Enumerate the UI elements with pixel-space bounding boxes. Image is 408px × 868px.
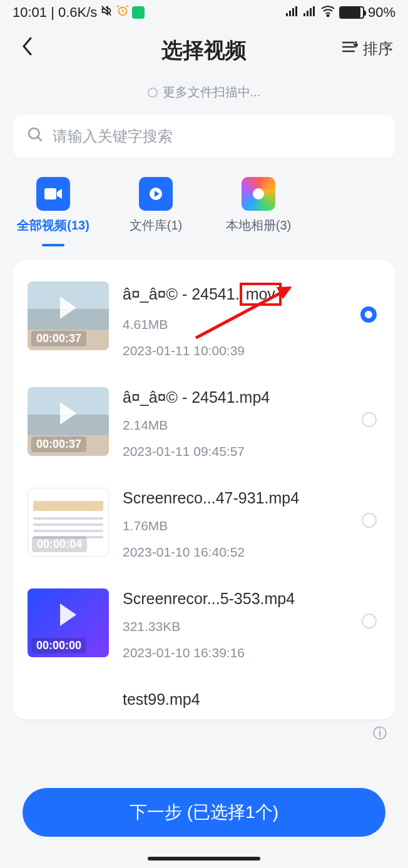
tab-all-videos[interactable]: 全部视频(13) (19, 177, 88, 246)
video-info: test99.mp4 (123, 689, 380, 714)
video-date: 2023-01-11 09:45:57 (123, 444, 380, 459)
video-date: 2023-01-11 10:00:39 (123, 343, 380, 358)
select-radio[interactable] (362, 513, 377, 528)
video-name: Screenreco...47-931.mp4 (123, 489, 380, 507)
gallery-icon (242, 177, 275, 211)
svg-point-2 (29, 128, 39, 138)
duration-badge: 00:00:04 (32, 537, 87, 552)
video-name: Screenrecor...5-353.mp4 (123, 590, 380, 608)
svg-point-1 (327, 15, 329, 17)
scan-message: 更多文件扫描中... (0, 84, 408, 114)
video-thumb: 00:00:00 (28, 588, 109, 657)
spinner-icon (148, 88, 158, 98)
sort-button[interactable]: 排序 (342, 39, 393, 59)
wifi-icon (320, 4, 335, 21)
search-icon (26, 126, 44, 147)
tab-label: 全部视频(13) (17, 217, 89, 234)
video-size: 321.33KB (123, 619, 380, 634)
status-bar: 10:01 | 0.6K/s 90% (0, 0, 408, 24)
info-icon: ⓘ (373, 724, 387, 743)
name-pre: â¤_â¤© - 24541. (123, 285, 240, 303)
app-icon (132, 6, 145, 19)
signal1-icon (285, 4, 299, 21)
video-info: â¤_â¤© - 24541.mov 4.61MB 2023-01-11 10:… (123, 281, 380, 358)
tab-label: 文件库(1) (130, 217, 182, 234)
play-icon (60, 402, 76, 425)
video-thumb: 00:00:04 (28, 488, 109, 557)
back-button[interactable] (16, 35, 39, 58)
select-radio[interactable] (362, 412, 377, 427)
search-placeholder: 请输入关键字搜索 (53, 126, 173, 146)
duration-badge: 00:00:00 (31, 638, 86, 654)
video-size: 1.76MB (123, 518, 380, 533)
signal2-icon (303, 4, 317, 21)
video-name: â¤_â¤© - 24541.mp4 (123, 388, 380, 406)
header: 选择视频 排序 (0, 24, 408, 84)
status-left: 10:01 | 0.6K/s (13, 4, 145, 21)
video-thumb (28, 689, 109, 714)
page-title: 选择视频 (161, 36, 247, 65)
sort-label: 排序 (363, 39, 393, 59)
tab-local-gallery[interactable]: 本地相册(3) (224, 177, 293, 246)
video-thumb: 00:00:37 (28, 387, 109, 456)
video-info: â¤_â¤© - 24541.mp4 2.14MB 2023-01-11 09:… (123, 387, 380, 459)
next-button[interactable]: 下一步 (已选择1个) (23, 788, 385, 837)
duration-badge: 00:00:37 (31, 437, 86, 452)
time-net: 10:01 | 0.6K/s (13, 4, 97, 21)
video-thumb: 00:00:37 (28, 281, 109, 350)
video-info: Screenreco...47-931.mp4 1.76MB 2023-01-1… (123, 488, 380, 560)
tabs: 全部视频(13) 文件库(1) 本地相册(3) (0, 174, 408, 260)
battery-icon (339, 6, 364, 19)
status-right: 90% (285, 4, 395, 21)
video-date: 2023-01-10 16:39:16 (123, 645, 380, 660)
play-icon (60, 603, 76, 626)
video-size: 4.61MB (123, 317, 380, 332)
search-input[interactable]: 请输入关键字搜索 (13, 114, 395, 158)
video-row[interactable]: 00:00:04 Screenreco...47-931.mp4 1.76MB … (25, 478, 383, 578)
play-icon (60, 296, 76, 319)
video-date: 2023-01-10 16:40:52 (123, 545, 380, 560)
video-info: Screenrecor...5-353.mp4 321.33KB 2023-01… (123, 588, 380, 660)
battery-pct: 90% (368, 4, 395, 21)
next-label: 下一步 (已选择1个) (130, 800, 278, 824)
video-list: 00:00:37 â¤_â¤© - 24541.mov 4.61MB 2023-… (13, 260, 395, 719)
library-icon (139, 177, 173, 211)
video-row[interactable]: 00:00:37 â¤_â¤© - 24541.mov 4.61MB 2023-… (25, 271, 383, 377)
scan-text: 更多文件扫描中... (163, 84, 261, 101)
video-icon (36, 177, 70, 211)
video-name: test99.mp4 (123, 690, 380, 709)
mute-icon (99, 4, 113, 21)
video-name: â¤_â¤© - 24541.mov (123, 283, 380, 306)
home-indicator (148, 857, 260, 860)
tab-label: 本地相册(3) (226, 217, 291, 234)
video-row[interactable]: test99.mp4 (25, 679, 383, 719)
select-radio[interactable] (360, 306, 377, 323)
select-radio[interactable] (362, 613, 377, 628)
sort-icon (342, 40, 358, 58)
alarm-icon (116, 4, 130, 21)
duration-badge: 00:00:37 (31, 331, 86, 346)
tab-file-library[interactable]: 文件库(1) (121, 177, 190, 246)
svg-rect-3 (44, 188, 56, 199)
video-row[interactable]: 00:00:00 Screenrecor...5-353.mp4 321.33K… (25, 578, 383, 679)
video-size: 2.14MB (123, 418, 380, 433)
video-row[interactable]: 00:00:37 â¤_â¤© - 24541.mp4 2.14MB 2023-… (25, 377, 383, 478)
